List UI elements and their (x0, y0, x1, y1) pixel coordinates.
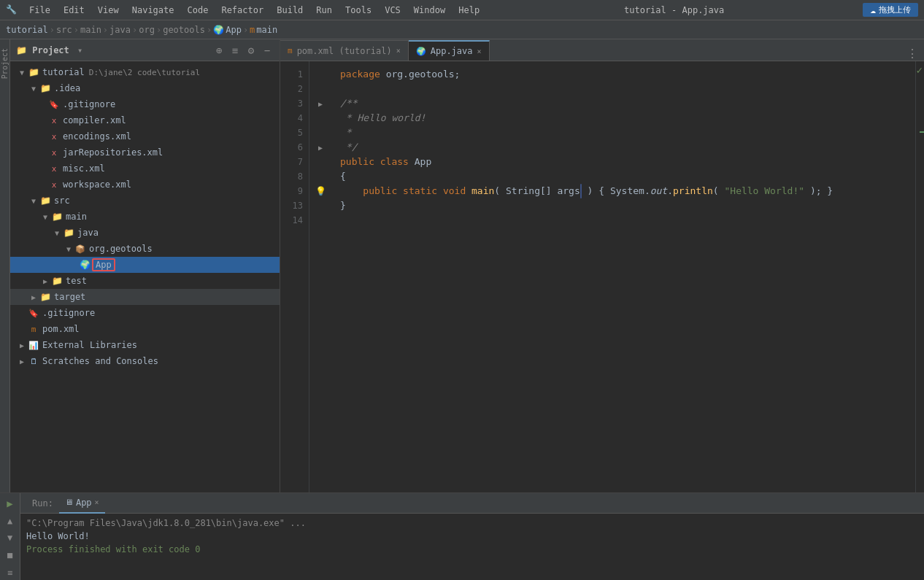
tree-workspace-xml[interactable]: x workspace.xml (10, 177, 280, 193)
breadcrumb-java[interactable]: java (109, 25, 131, 35)
menu-code[interactable]: Code (182, 4, 215, 17)
wrap-icon[interactable]: ≡ (2, 565, 18, 580)
scroll-down-icon[interactable]: ▼ (2, 531, 18, 546)
arrow-tutorial: ▼ (16, 69, 28, 77)
folder-icon-java: 📁 (63, 227, 74, 239)
breadcrumb-app[interactable]: App (226, 25, 242, 35)
breadcrumb-main-method[interactable]: main (256, 25, 277, 35)
fold-icon-3[interactable]: ▶ (318, 100, 323, 108)
file-tree: ▼ 📁 tutorial D:\jane\2 code\tutorial ▼ 📁… (10, 61, 280, 492)
tree-idea[interactable]: ▼ 📁 .idea (10, 80, 280, 96)
tree-compiler-xml[interactable]: x compiler.xml (10, 112, 280, 128)
menu-navigate[interactable]: Navigate (126, 4, 180, 17)
tree-org-geotools[interactable]: ▼ 📦 org.geotools (10, 241, 280, 257)
folder-icon-target: 📁 (39, 291, 51, 303)
tree-java[interactable]: ▼ 📁 java (10, 225, 280, 241)
tree-encodings-xml[interactable]: x encodings.xml (10, 128, 280, 144)
title-bar: 🔧 File Edit View Navigate Code Refactor … (0, 0, 924, 20)
panel-settings-icon[interactable]: ⚙ (245, 44, 258, 57)
tree-app-class[interactable]: 🌍 App (10, 257, 280, 273)
tree-ext-libs[interactable]: ▶ 📊 External Libraries (10, 337, 280, 353)
misc-xml-label: misc.xml (63, 163, 105, 174)
menu-file[interactable]: File (23, 4, 56, 17)
code-line-3: /** (340, 96, 906, 111)
xml-icon-compiler: x (48, 115, 60, 126)
tree-tutorial-root[interactable]: ▼ 📁 tutorial D:\jane\2 code\tutorial (10, 64, 280, 80)
breadcrumb-org[interactable]: org (139, 25, 155, 35)
collapse-all-icon[interactable]: ≡ (228, 44, 242, 57)
arrow-scratches: ▶ (16, 357, 28, 366)
code-line-9: public static void main ( String [] args… (340, 184, 906, 198)
tab-app-java[interactable]: 🌍 App.java × (409, 40, 490, 61)
code-line-7: public class App (340, 155, 906, 169)
tab-more-icon[interactable]: ⋮ (906, 47, 918, 61)
project-panel: 📁 Project ▾ ⊕ ≡ ⚙ − ▼ 📁 tutorial D:\jane… (10, 39, 280, 492)
tree-gitignore-root[interactable]: 🔖 .gitignore (10, 305, 280, 321)
geotools-label: org.geotools (89, 244, 153, 254)
menu-help[interactable]: Help (453, 4, 485, 17)
folder-icon-test: 📁 (51, 275, 63, 287)
tab-pom-close-icon[interactable]: × (396, 47, 401, 55)
menu-window[interactable]: Window (408, 4, 451, 17)
folder-icon-tutorial: 📁 (28, 66, 39, 78)
tree-pom-xml[interactable]: m pom.xml (10, 321, 280, 337)
upload-button[interactable]: ☁ 拖拽上传 (863, 3, 918, 17)
run-tab-close[interactable]: × (95, 498, 99, 506)
gitignore1-label: .gitignore (63, 99, 115, 109)
gutter-icons: ▶ ▶ 💡 (309, 61, 331, 492)
fold-icon-6[interactable]: ▶ (318, 144, 323, 152)
menu-tools[interactable]: Tools (339, 4, 377, 17)
tree-gitignore1[interactable]: 🔖 .gitignore (10, 96, 280, 112)
tree-test[interactable]: ▶ 📁 test (10, 273, 280, 289)
tree-scratches[interactable]: ▶ 🗒 Scratches and Consoles (10, 353, 280, 369)
code-line-8: { (340, 169, 906, 184)
geotools-icon-app: 🌍 (79, 259, 91, 271)
menu-view[interactable]: View (92, 4, 125, 17)
tab-app-close-icon[interactable]: × (477, 47, 482, 55)
code-mark-1 (920, 131, 924, 133)
bottom-main: ▶ ▲ ▼ ■ ≡ Run: 🖥 App × "C:\Program Files… (0, 493, 924, 580)
run-button[interactable]: ▶ (2, 496, 18, 511)
tree-target[interactable]: ▶ 📁 target (10, 289, 280, 305)
code-editor[interactable]: 1 2 3 4 5 6 7 ▶ 8 9 ▶ 13 14 (280, 61, 924, 492)
bottom-left-actions: ▶ ▲ ▼ ■ ≡ (0, 493, 20, 580)
project-sidebar-label[interactable]: Project (1, 48, 9, 79)
pom-xml-label: pom.xml (42, 324, 80, 334)
breadcrumb-main[interactable]: main (80, 25, 101, 35)
window-title: tutorial - App.java (485, 5, 863, 15)
no-errors-icon: ✓ (917, 64, 923, 76)
bottom-panel: ▶ ▲ ▼ ■ ≡ Run: 🖥 App × "C:\Program Files… (0, 492, 924, 580)
main-label: main (66, 212, 87, 222)
run-output-line-1: "C:\Program Files\Java\jdk1.8.0_281\bin\… (26, 517, 918, 530)
menu-vcs[interactable]: VCS (379, 4, 407, 17)
extlib-icon: 📊 (28, 339, 39, 351)
workspace-xml-label: workspace.xml (63, 179, 131, 190)
tab-pom-xml[interactable]: m pom.xml (tutorial) × (280, 40, 409, 61)
locate-icon[interactable]: ⊕ (212, 44, 226, 57)
arrow-target: ▶ (28, 293, 39, 301)
code-line-5: * (340, 125, 906, 140)
breadcrumb-tutorial[interactable]: tutorial (6, 25, 48, 35)
menu-edit[interactable]: Edit (58, 4, 91, 17)
java-label: java (77, 228, 99, 238)
editor-area: m pom.xml (tutorial) × 🌍 App.java × ⋮ 1 … (280, 39, 924, 492)
pom-icon: m (28, 323, 39, 335)
stop-button[interactable]: ■ (2, 548, 18, 562)
scroll-up-icon[interactable]: ▲ (2, 514, 18, 528)
tab-run-app[interactable]: 🖥 App × (59, 493, 105, 514)
menu-run[interactable]: Run (310, 4, 338, 17)
breadcrumb-src[interactable]: src (56, 25, 72, 35)
xml-icon-workspace: x (48, 179, 60, 190)
bulb-icon-9[interactable]: 💡 (315, 186, 326, 196)
tree-jar-xml[interactable]: x jarRepositories.xml (10, 144, 280, 161)
arrow-src: ▼ (28, 197, 39, 205)
breadcrumb-geotools[interactable]: geotools (163, 25, 205, 35)
tree-src[interactable]: ▼ 📁 src (10, 193, 280, 209)
menu-refactor[interactable]: Refactor (215, 4, 269, 17)
run-output-line-4: Process finished with exit code 0 (26, 543, 918, 556)
tree-misc-xml[interactable]: x misc.xml (10, 161, 280, 177)
tree-main[interactable]: ▼ 📁 main (10, 209, 280, 225)
panel-minimize-icon[interactable]: − (261, 44, 274, 57)
menu-build[interactable]: Build (271, 4, 309, 17)
code-content[interactable]: package org.geotools ; /** * Hello world… (331, 61, 915, 492)
